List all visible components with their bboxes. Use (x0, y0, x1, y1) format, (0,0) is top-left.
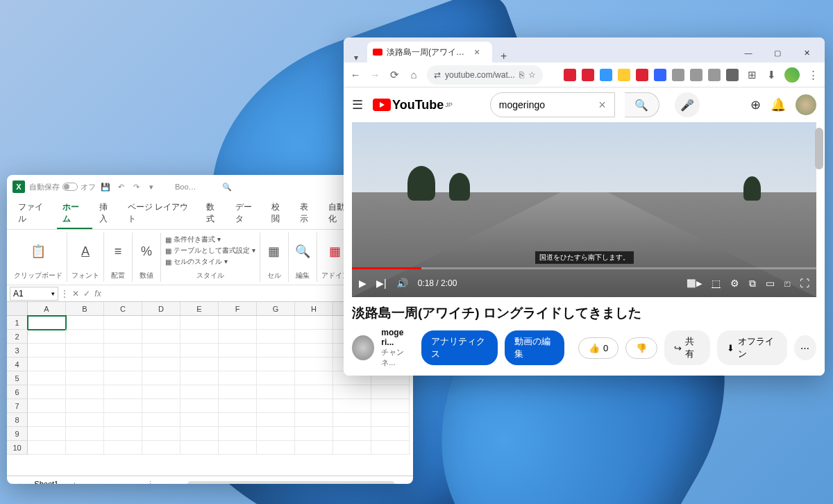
row-header[interactable]: 4 (7, 358, 28, 371)
fx-icon[interactable]: fx (93, 289, 103, 299)
cell[interactable] (142, 399, 180, 413)
tab-data[interactable]: データ (230, 199, 265, 229)
cell[interactable] (66, 330, 104, 344)
cell[interactable] (333, 399, 371, 413)
cell[interactable] (66, 385, 104, 399)
cells-icon[interactable]: ▦ (264, 240, 284, 263)
cell[interactable] (142, 385, 180, 399)
extensions-icon[interactable]: ⊞ (746, 69, 758, 81)
cell[interactable] (257, 344, 295, 358)
cell[interactable] (371, 385, 410, 399)
extension-icon[interactable] (582, 69, 594, 81)
tab-insert[interactable]: 挿入 (94, 199, 121, 229)
row-header[interactable]: 6 (7, 385, 28, 399)
autosave-toggle[interactable]: 自動保存 オフ (29, 182, 96, 192)
cell[interactable] (28, 358, 66, 371)
tab-layout[interactable]: ページ レイアウト (122, 199, 200, 229)
account-avatar[interactable] (796, 94, 816, 115)
cell[interactable] (219, 399, 257, 413)
cell[interactable] (371, 441, 410, 455)
cell[interactable] (180, 316, 219, 330)
cell[interactable] (66, 344, 104, 358)
tab-home[interactable]: ホーム (57, 199, 92, 229)
sheet-nav-prev-icon[interactable]: ‹ (11, 480, 14, 485)
column-header[interactable]: H (295, 302, 333, 315)
youtube-logo[interactable]: YouTube JP (373, 98, 453, 112)
autoplay-toggle-icon[interactable]: ⬜▶ (687, 279, 702, 288)
row-header[interactable]: 1 (7, 316, 28, 330)
horizontal-scrollbar[interactable] (187, 481, 395, 485)
cell[interactable] (257, 358, 295, 371)
cell[interactable] (66, 371, 104, 385)
volume-icon[interactable]: 🔊 (396, 278, 408, 289)
cell[interactable] (180, 358, 219, 371)
dislike-button[interactable]: 👎 (625, 337, 657, 359)
cell[interactable] (257, 441, 295, 455)
cell[interactable] (66, 427, 104, 441)
extension-icon[interactable] (618, 69, 630, 81)
vertical-scrollbar[interactable] (815, 128, 823, 169)
cell[interactable] (219, 385, 257, 399)
cell[interactable] (219, 413, 257, 427)
cell[interactable] (104, 441, 142, 455)
cell[interactable] (104, 385, 142, 399)
cell[interactable] (104, 330, 142, 344)
row-header[interactable]: 2 (7, 330, 28, 344)
cell[interactable] (295, 316, 333, 330)
enter-icon[interactable]: ✓ (82, 289, 92, 299)
column-header[interactable]: C (104, 302, 142, 315)
cast-icon[interactable]: ⏍ (784, 278, 790, 289)
paste-icon[interactable]: 📋 (28, 240, 48, 263)
cell[interactable] (295, 358, 333, 371)
cell[interactable] (142, 371, 180, 385)
theater-icon[interactable]: ▭ (766, 278, 775, 289)
search-icon[interactable]: 🔍 (221, 181, 233, 192)
cell[interactable] (180, 413, 219, 427)
extension-icon[interactable] (690, 69, 702, 81)
cell[interactable] (219, 441, 257, 455)
hamburger-icon[interactable]: ☰ (352, 97, 363, 112)
select-all-corner[interactable] (7, 302, 28, 315)
cell[interactable] (104, 316, 142, 330)
cell[interactable] (66, 358, 104, 371)
next-icon[interactable]: ▶| (376, 278, 387, 289)
cancel-icon[interactable]: ✕ (71, 289, 81, 299)
new-tab-button[interactable]: + (495, 50, 512, 62)
cell[interactable] (257, 413, 295, 427)
maximize-button[interactable]: ▢ (764, 43, 791, 62)
cell[interactable] (28, 385, 66, 399)
extension-icon[interactable] (672, 69, 684, 81)
video-player[interactable]: 国道をひたすら南下します。 ▶ ▶| 🔊 0:18 / 2:00 ⬜▶ ⬚ ⚙ … (352, 122, 816, 297)
cell[interactable] (257, 316, 295, 330)
cell-style-button[interactable]: ▦セルのスタイル ▾ (165, 256, 255, 267)
cell[interactable] (219, 316, 257, 330)
fullscreen-icon[interactable]: ⛶ (800, 278, 809, 289)
extension-icon[interactable] (600, 69, 612, 81)
cell[interactable] (219, 427, 257, 441)
install-icon[interactable]: ⎘ (519, 70, 524, 80)
cell[interactable] (142, 441, 180, 455)
cell[interactable] (142, 427, 180, 441)
cell[interactable] (371, 399, 410, 413)
cell[interactable] (142, 413, 180, 427)
cell[interactable] (142, 330, 180, 344)
cell[interactable] (371, 427, 410, 441)
cell[interactable] (257, 330, 295, 344)
cell[interactable] (257, 399, 295, 413)
addins-icon[interactable]: ▦ (326, 240, 345, 263)
cell[interactable] (104, 344, 142, 358)
notifications-icon[interactable]: 🔔 (771, 97, 786, 112)
cell[interactable] (28, 441, 66, 455)
cell[interactable] (28, 371, 66, 385)
cell[interactable] (333, 441, 371, 455)
add-sheet-button[interactable]: ＋ (71, 479, 78, 484)
find-icon[interactable]: 🔍 (293, 240, 312, 263)
bookmark-icon[interactable]: ☆ (528, 70, 536, 80)
play-icon[interactable]: ▶ (359, 278, 367, 289)
url-input[interactable]: ⇄ youtube.com/wat... ⎘ ☆ (427, 65, 543, 85)
voice-search-button[interactable]: 🎤 (675, 92, 700, 117)
sheet-nav-next-icon[interactable]: › (19, 480, 22, 485)
clear-search-icon[interactable]: × (598, 98, 606, 112)
minimize-button[interactable]: — (734, 43, 762, 62)
cell[interactable] (66, 399, 104, 413)
